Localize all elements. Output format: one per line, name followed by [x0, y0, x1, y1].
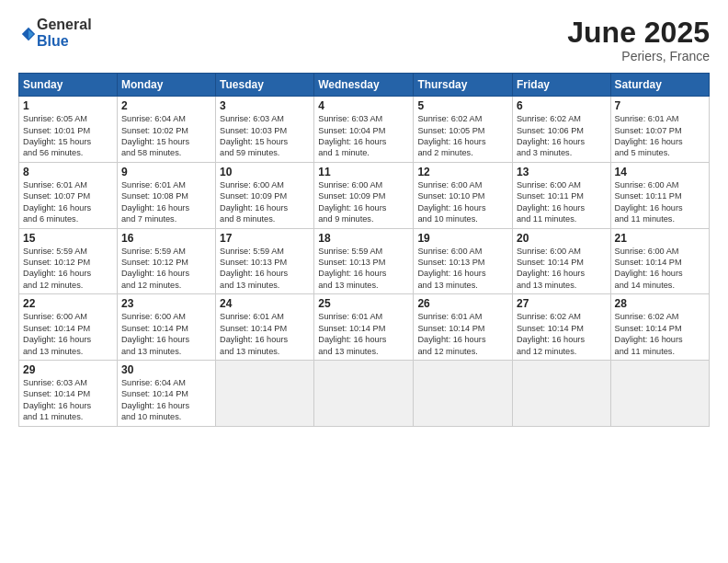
- day-number: 18: [318, 232, 409, 245]
- calendar-table: Sunday Monday Tuesday Wednesday Thursday…: [18, 73, 710, 426]
- col-friday: Friday: [512, 74, 610, 97]
- day-number: 14: [615, 166, 705, 178]
- calendar-cell: [314, 360, 414, 426]
- day-number: 16: [121, 232, 211, 245]
- calendar-cell: 21Sunrise: 6:00 AM Sunset: 10:14 PM Dayl…: [610, 228, 709, 294]
- day-info: Sunrise: 6:05 AM Sunset: 10:01 PM Daylig…: [23, 113, 113, 159]
- day-info: Sunrise: 6:04 AM Sunset: 10:14 PM Daylig…: [121, 377, 211, 423]
- day-number: 15: [23, 232, 113, 245]
- calendar-cell: 26Sunrise: 6:01 AM Sunset: 10:14 PM Dayl…: [414, 294, 513, 361]
- calendar-cell: 6Sunrise: 6:02 AM Sunset: 10:06 PM Dayli…: [512, 97, 610, 163]
- day-info: Sunrise: 5:59 AM Sunset: 10:13 PM Daylig…: [318, 246, 409, 292]
- col-wednesday: Wednesday: [314, 74, 414, 97]
- day-number: 11: [318, 166, 409, 178]
- day-info: Sunrise: 6:00 AM Sunset: 10:13 PM Daylig…: [417, 246, 508, 292]
- col-thursday: Thursday: [414, 74, 513, 97]
- day-number: 17: [220, 232, 310, 245]
- col-tuesday: Tuesday: [216, 74, 314, 97]
- calendar-cell: 2Sunrise: 6:04 AM Sunset: 10:02 PM Dayli…: [117, 97, 215, 163]
- calendar-cell: 8Sunrise: 6:01 AM Sunset: 10:07 PM Dayli…: [19, 162, 118, 228]
- calendar-cell: 29Sunrise: 6:03 AM Sunset: 10:14 PM Dayl…: [19, 360, 118, 426]
- col-saturday: Saturday: [610, 74, 709, 97]
- calendar-row-3: 15Sunrise: 5:59 AM Sunset: 10:12 PM Dayl…: [19, 228, 710, 294]
- calendar-cell: 25Sunrise: 6:01 AM Sunset: 10:14 PM Dayl…: [314, 294, 414, 361]
- calendar-cell: 23Sunrise: 6:00 AM Sunset: 10:14 PM Dayl…: [117, 294, 215, 361]
- page: General Blue June 2025 Periers, France S…: [0, 0, 728, 563]
- logo-text: General Blue: [37, 17, 92, 49]
- day-info: Sunrise: 6:00 AM Sunset: 10:14 PM Daylig…: [517, 246, 607, 292]
- calendar-cell: 20Sunrise: 6:00 AM Sunset: 10:14 PM Dayl…: [512, 228, 610, 294]
- calendar-cell: 27Sunrise: 6:02 AM Sunset: 10:14 PM Dayl…: [512, 294, 610, 361]
- calendar-cell: [216, 360, 314, 426]
- calendar-cell: 30Sunrise: 6:04 AM Sunset: 10:14 PM Dayl…: [117, 360, 215, 426]
- day-number: 21: [615, 232, 705, 245]
- calendar-cell: 1Sunrise: 6:05 AM Sunset: 10:01 PM Dayli…: [19, 97, 118, 163]
- day-number: 26: [417, 297, 508, 310]
- day-info: Sunrise: 5:59 AM Sunset: 10:13 PM Daylig…: [220, 246, 310, 292]
- logo-icon: [20, 26, 37, 42]
- col-monday: Monday: [117, 74, 215, 97]
- day-info: Sunrise: 5:59 AM Sunset: 10:12 PM Daylig…: [23, 246, 113, 292]
- day-number: 24: [220, 297, 310, 310]
- day-number: 23: [121, 297, 211, 310]
- day-info: Sunrise: 6:03 AM Sunset: 10:14 PM Daylig…: [23, 377, 113, 423]
- day-number: 30: [121, 363, 211, 376]
- calendar-cell: 14Sunrise: 6:00 AM Sunset: 10:11 PM Dayl…: [610, 162, 709, 228]
- day-info: Sunrise: 6:00 AM Sunset: 10:14 PM Daylig…: [23, 311, 113, 357]
- day-number: 20: [517, 232, 607, 245]
- calendar-cell: [610, 360, 709, 426]
- title-block: June 2025 Periers, France: [567, 17, 710, 63]
- calendar-cell: 28Sunrise: 6:02 AM Sunset: 10:14 PM Dayl…: [610, 294, 709, 361]
- logo-general-text: General: [37, 17, 92, 33]
- day-info: Sunrise: 6:01 AM Sunset: 10:07 PM Daylig…: [615, 113, 705, 159]
- calendar-cell: 24Sunrise: 6:01 AM Sunset: 10:14 PM Dayl…: [216, 294, 314, 361]
- day-info: Sunrise: 6:01 AM Sunset: 10:07 PM Daylig…: [23, 179, 113, 225]
- calendar-cell: 12Sunrise: 6:00 AM Sunset: 10:10 PM Dayl…: [414, 162, 513, 228]
- day-info: Sunrise: 6:03 AM Sunset: 10:03 PM Daylig…: [220, 113, 310, 159]
- calendar-row-4: 22Sunrise: 6:00 AM Sunset: 10:14 PM Dayl…: [19, 294, 710, 361]
- day-info: Sunrise: 6:00 AM Sunset: 10:14 PM Daylig…: [121, 311, 211, 357]
- day-number: 27: [517, 297, 607, 310]
- day-number: 1: [23, 99, 113, 112]
- day-number: 22: [23, 297, 113, 310]
- calendar-cell: 4Sunrise: 6:03 AM Sunset: 10:04 PM Dayli…: [314, 97, 414, 163]
- day-number: 10: [220, 166, 310, 178]
- calendar-cell: 19Sunrise: 6:00 AM Sunset: 10:13 PM Dayl…: [414, 228, 513, 294]
- header: General Blue June 2025 Periers, France: [18, 17, 710, 63]
- calendar-row-2: 8Sunrise: 6:01 AM Sunset: 10:07 PM Dayli…: [19, 162, 710, 228]
- day-info: Sunrise: 6:01 AM Sunset: 10:14 PM Daylig…: [417, 311, 508, 357]
- day-number: 5: [417, 99, 508, 112]
- calendar-title: June 2025: [567, 17, 710, 49]
- day-number: 13: [517, 166, 607, 178]
- day-number: 6: [517, 99, 607, 112]
- day-info: Sunrise: 6:01 AM Sunset: 10:14 PM Daylig…: [220, 311, 310, 357]
- day-number: 2: [121, 99, 211, 112]
- day-info: Sunrise: 6:00 AM Sunset: 10:11 PM Daylig…: [517, 179, 607, 225]
- day-info: Sunrise: 6:02 AM Sunset: 10:05 PM Daylig…: [417, 113, 508, 159]
- day-info: Sunrise: 5:59 AM Sunset: 10:12 PM Daylig…: [121, 246, 211, 292]
- day-number: 28: [615, 297, 705, 310]
- day-number: 12: [417, 166, 508, 178]
- day-number: 4: [318, 99, 409, 112]
- day-info: Sunrise: 6:01 AM Sunset: 10:08 PM Daylig…: [121, 179, 211, 225]
- calendar-cell: 13Sunrise: 6:00 AM Sunset: 10:11 PM Dayl…: [512, 162, 610, 228]
- day-number: 7: [615, 99, 705, 112]
- calendar-cell: 17Sunrise: 5:59 AM Sunset: 10:13 PM Dayl…: [216, 228, 314, 294]
- day-info: Sunrise: 6:04 AM Sunset: 10:02 PM Daylig…: [121, 113, 211, 159]
- calendar-cell: 3Sunrise: 6:03 AM Sunset: 10:03 PM Dayli…: [216, 97, 314, 163]
- calendar-cell: 10Sunrise: 6:00 AM Sunset: 10:09 PM Dayl…: [216, 162, 314, 228]
- day-number: 25: [318, 297, 409, 310]
- logo: General Blue: [18, 17, 92, 49]
- day-number: 19: [417, 232, 508, 245]
- day-info: Sunrise: 6:02 AM Sunset: 10:06 PM Daylig…: [517, 113, 607, 159]
- logo-blue-text: Blue: [37, 33, 92, 50]
- calendar-cell: 16Sunrise: 5:59 AM Sunset: 10:12 PM Dayl…: [117, 228, 215, 294]
- day-number: 3: [220, 99, 310, 112]
- day-info: Sunrise: 6:00 AM Sunset: 10:09 PM Daylig…: [220, 179, 310, 225]
- calendar-location: Periers, France: [567, 49, 710, 63]
- calendar-cell: 22Sunrise: 6:00 AM Sunset: 10:14 PM Dayl…: [19, 294, 118, 361]
- day-info: Sunrise: 6:01 AM Sunset: 10:14 PM Daylig…: [318, 311, 409, 357]
- day-info: Sunrise: 6:02 AM Sunset: 10:14 PM Daylig…: [517, 311, 607, 357]
- calendar-cell: 9Sunrise: 6:01 AM Sunset: 10:08 PM Dayli…: [117, 162, 215, 228]
- calendar-cell: 7Sunrise: 6:01 AM Sunset: 10:07 PM Dayli…: [610, 97, 709, 163]
